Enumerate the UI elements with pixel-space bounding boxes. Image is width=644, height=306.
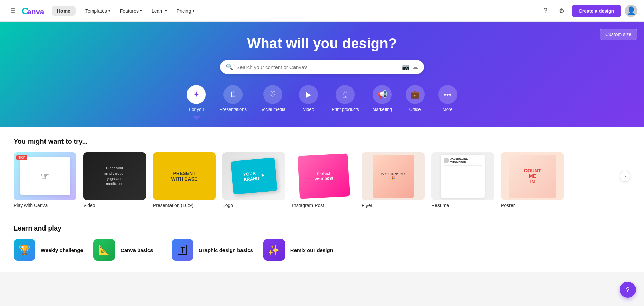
- remix-icon: ✨: [263, 239, 285, 261]
- hamburger-menu[interactable]: ☰: [7, 5, 19, 17]
- settings-button[interactable]: ⚙: [556, 5, 568, 17]
- category-presentations[interactable]: 🖥 Presentations: [219, 85, 247, 120]
- category-marketing[interactable]: 📢 Marketing: [373, 85, 392, 120]
- category-label-more: More: [443, 107, 453, 112]
- create-design-button[interactable]: Create a design: [572, 5, 621, 17]
- office-icon: 💼: [406, 85, 425, 104]
- category-label-office: Office: [409, 107, 421, 112]
- canva-basics-icon: 📐: [93, 239, 115, 261]
- avatar[interactable]: 👤: [625, 5, 637, 17]
- card-label-video: Video: [83, 203, 146, 208]
- help-icon-button[interactable]: ?: [539, 5, 552, 17]
- search-icons-right: 📷 ☁: [402, 63, 418, 71]
- custom-size-button[interactable]: Custom size: [600, 29, 637, 40]
- scroll-right-button[interactable]: ›: [620, 171, 630, 182]
- learn-card-weekly-challenge[interactable]: 🏆 Weekly challenge: [14, 239, 83, 261]
- nav-templates[interactable]: Templates ▾: [81, 6, 114, 16]
- poster-mockup: COUNTMEIN: [509, 155, 556, 198]
- nav-features[interactable]: Features ▾: [116, 6, 146, 16]
- category-social-media[interactable]: ♡ Social media: [260, 85, 285, 120]
- category-label-marketing: Marketing: [373, 107, 392, 112]
- learn-label-basics: Canva basics: [121, 247, 153, 253]
- svg-text:anva: anva: [27, 7, 44, 16]
- chevron-down-icon: ▾: [140, 8, 142, 13]
- chevron-down-icon: ▾: [108, 8, 110, 13]
- header-right: ? ⚙ Create a design 👤: [539, 5, 637, 17]
- card-thumb-poster: COUNTMEIN: [501, 152, 564, 200]
- card-flyer[interactable]: IVY TURNS 20!🎉 Flyer: [362, 152, 425, 208]
- flyer-mockup: IVY TURNS 20!🎉: [373, 155, 413, 198]
- category-more[interactable]: ••• More: [438, 85, 457, 120]
- category-video[interactable]: ▶ Video: [299, 85, 318, 120]
- category-office[interactable]: 💼 Office: [406, 85, 425, 120]
- hero-banner: Custom size What will you design? 🔍 📷 ☁ …: [0, 22, 644, 127]
- card-thumb-logo: YOURBRAND ➤: [222, 152, 285, 200]
- hamburger-icon: ☰: [10, 7, 16, 15]
- nav-pricing[interactable]: Pricing ▾: [173, 6, 199, 16]
- social-media-icon: ♡: [263, 85, 282, 104]
- main-content: You might want to try... TRY ☞ Play with…: [0, 127, 644, 272]
- header-left: ☰ C anva Home Templates ▾ Features ▾ Lea…: [7, 5, 199, 17]
- search-icon: 🔍: [226, 63, 233, 71]
- card-thumb-video: Clear yourmind throughyoga andmeditation: [83, 152, 146, 200]
- card-play-with-canva[interactable]: TRY ☞ Play with Canva: [14, 152, 76, 208]
- learn-card-remix[interactable]: ✨ Remix our design: [263, 239, 333, 261]
- card-thumb-instagram: Perfectyour post: [292, 152, 355, 200]
- weekly-challenge-icon: 🏆: [14, 239, 35, 261]
- learn-label-remix: Remix our design: [290, 247, 333, 253]
- category-label-video: Video: [303, 107, 314, 112]
- hero-title: What will you design?: [7, 35, 637, 52]
- card-resume[interactable]: JACQUELINETHOMPSON Resume: [431, 152, 494, 208]
- print-products-icon: 🖨: [336, 85, 355, 104]
- header: ☰ C anva Home Templates ▾ Features ▾ Lea…: [0, 0, 644, 22]
- question-mark-icon: ?: [544, 7, 547, 14]
- graphic-design-icon: 🅃: [172, 239, 193, 261]
- for-you-icon: ✦: [187, 85, 206, 104]
- presentations-icon: 🖥: [223, 85, 243, 104]
- try-badge: TRY: [16, 155, 27, 160]
- home-nav-button[interactable]: Home: [52, 6, 76, 16]
- search-input[interactable]: [236, 64, 399, 70]
- card-poster[interactable]: COUNTMEIN Poster: [501, 152, 564, 208]
- canva-logo[interactable]: C anva: [22, 5, 49, 16]
- instagram-mockup: Perfectyour post: [297, 153, 350, 199]
- card-label-instagram: Instagram Post: [292, 203, 355, 208]
- card-thumb-presentation: PRESENTWITH EASE: [153, 152, 216, 200]
- card-label-resume: Resume: [431, 203, 494, 208]
- category-row: ✦ For you 🖥 Presentations ♡ Social media…: [7, 85, 637, 127]
- learn-card-graphic-design[interactable]: 🅃 Graphic design basics: [172, 239, 253, 261]
- category-label-social-media: Social media: [260, 107, 285, 112]
- chevron-down-icon: ▾: [165, 8, 167, 13]
- learn-section-title: Learn and play: [14, 224, 630, 232]
- card-label-presentation: Presentation (16:9): [153, 203, 216, 208]
- card-label-flyer: Flyer: [362, 203, 425, 208]
- card-label-play: Play with Canva: [14, 203, 76, 208]
- card-video[interactable]: Clear yourmind throughyoga andmeditation…: [83, 152, 146, 208]
- brand-card: YOURBRAND ➤: [231, 158, 278, 195]
- card-label-logo: Logo: [222, 203, 285, 208]
- cursor-icon: ☞: [41, 171, 49, 182]
- category-for-you[interactable]: ✦ For you: [187, 85, 206, 120]
- learn-card-canva-basics[interactable]: 📐 Canva basics: [93, 239, 161, 261]
- help-fab-icon: ?: [626, 286, 629, 294]
- card-thumb-play: TRY ☞: [14, 152, 76, 200]
- card-presentation[interactable]: PRESENTWITH EASE Presentation (16:9): [153, 152, 216, 208]
- gear-icon: ⚙: [559, 7, 565, 15]
- card-thumb-flyer: IVY TURNS 20!🎉: [362, 152, 425, 200]
- category-print-products[interactable]: 🖨 Print products: [332, 85, 359, 120]
- search-bar: 🔍 📷 ☁: [220, 60, 424, 74]
- learn-cards: 🏆 Weekly challenge 📐 Canva basics 🅃 Grap…: [14, 239, 630, 261]
- category-label-presentations: Presentations: [219, 107, 247, 112]
- nav-learn[interactable]: Learn ▾: [147, 6, 171, 16]
- chevron-down-icon: ▾: [193, 8, 195, 13]
- card-logo[interactable]: YOURBRAND ➤ Logo: [222, 152, 285, 208]
- help-fab-button[interactable]: ?: [620, 282, 636, 298]
- card-thumb-resume: JACQUELINETHOMPSON: [431, 152, 494, 200]
- category-label-for-you: For you: [189, 107, 204, 112]
- camera-icon[interactable]: 📷: [402, 63, 410, 71]
- learn-label-weekly: Weekly challenge: [41, 247, 83, 253]
- upload-icon[interactable]: ☁: [412, 63, 418, 71]
- active-indicator: [192, 116, 200, 120]
- video-text: Clear yourmind throughyoga andmeditation: [101, 163, 128, 189]
- card-instagram[interactable]: Perfectyour post Instagram Post: [292, 152, 355, 208]
